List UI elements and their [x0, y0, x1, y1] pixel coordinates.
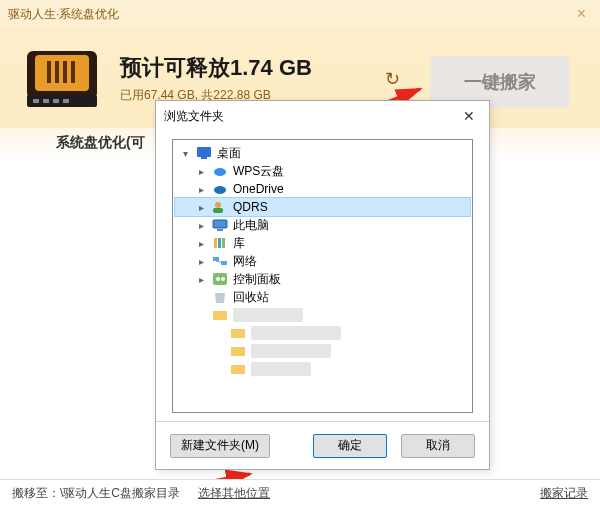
user-icon: [211, 199, 229, 215]
tree-item[interactable]: ▸ 库: [175, 234, 470, 252]
svg-rect-2: [55, 61, 59, 83]
chevron-right-icon[interactable]: ▸: [195, 183, 207, 195]
choose-other-location-link[interactable]: 选择其他位置: [198, 485, 270, 502]
tree-label: 此电脑: [233, 217, 269, 234]
svg-rect-23: [222, 238, 225, 248]
footer: 搬移至： \驱动人生C盘搬家目录 选择其他位置 搬家记录: [0, 479, 600, 507]
refresh-icon[interactable]: ↻: [385, 68, 400, 90]
svg-point-28: [216, 277, 220, 281]
svg-rect-7: [33, 99, 39, 103]
folder-icon: [211, 307, 229, 323]
tree-label: 网络: [233, 253, 257, 270]
move-to-label: 搬移至：: [12, 485, 60, 502]
folder-icon: [229, 325, 247, 341]
library-icon: [211, 235, 229, 251]
chevron-down-icon[interactable]: ▾: [179, 147, 191, 159]
browse-folder-dialog: 浏览文件夹 ✕ ▾ 桌面 ▸ WPS云盘 ▸ OneDrive ▸ QDRS ▸: [155, 100, 490, 470]
folder-icon: [229, 343, 247, 359]
pc-icon: [211, 217, 229, 233]
tree-item[interactable]: [175, 306, 470, 324]
cloud-icon: [211, 181, 229, 197]
svg-rect-9: [53, 99, 59, 103]
tree-label: 库: [233, 235, 245, 252]
move-to-path: \驱动人生C盘搬家目录: [60, 485, 180, 502]
blurred-label: [251, 344, 331, 358]
blurred-label: [251, 362, 311, 376]
chevron-right-icon[interactable]: ▸: [195, 201, 207, 213]
blurred-label: [233, 308, 303, 322]
tree-root[interactable]: ▾ 桌面: [175, 144, 470, 162]
tree-item[interactable]: ▸ 网络: [175, 252, 470, 270]
window-title: 驱动人生·系统盘优化: [8, 6, 119, 23]
tree-item[interactable]: ▸ WPS云盘: [175, 162, 470, 180]
new-folder-button[interactable]: 新建文件夹(M): [170, 434, 270, 458]
svg-rect-3: [63, 61, 67, 83]
svg-rect-10: [63, 99, 69, 103]
svg-rect-30: [213, 311, 227, 320]
tree-item[interactable]: ▸ OneDrive: [175, 180, 470, 198]
summary-title: 预计可释放1.74 GB: [120, 53, 312, 83]
svg-point-29: [221, 277, 225, 281]
folder-tree[interactable]: ▾ 桌面 ▸ WPS云盘 ▸ OneDrive ▸ QDRS ▸ 此电脑 ▸: [172, 139, 473, 413]
tree-item[interactable]: ▸ 此电脑: [175, 216, 470, 234]
drive-icon: [24, 43, 100, 113]
svg-point-17: [215, 202, 221, 208]
svg-rect-5: [47, 61, 51, 83]
svg-rect-8: [43, 99, 49, 103]
chevron-right-icon[interactable]: ▸: [195, 237, 207, 249]
recycle-bin-icon: [211, 289, 229, 305]
chevron-right-icon[interactable]: ▸: [195, 219, 207, 231]
tree-item-selected[interactable]: ▸ QDRS: [175, 198, 470, 216]
chevron-right-icon[interactable]: ▸: [195, 165, 207, 177]
tree-label: WPS云盘: [233, 163, 284, 180]
tree-label: 桌面: [217, 145, 241, 162]
svg-rect-32: [231, 347, 245, 356]
history-link[interactable]: 搬家记录: [540, 485, 588, 502]
svg-rect-21: [214, 238, 217, 248]
svg-rect-24: [213, 257, 219, 261]
tree-item[interactable]: ▸ 控制面板: [175, 270, 470, 288]
context-label: 系统盘优化(可: [56, 134, 145, 152]
blurred-label: [251, 326, 341, 340]
tree-label: 控制面板: [233, 271, 281, 288]
cloud-icon: [211, 163, 229, 179]
tree-label: QDRS: [233, 200, 268, 214]
tree-item[interactable]: 回收站: [175, 288, 470, 306]
svg-rect-4: [71, 61, 75, 83]
desktop-icon: [195, 145, 213, 161]
cancel-button[interactable]: 取消: [401, 434, 475, 458]
svg-rect-14: [201, 157, 207, 159]
chevron-right-icon[interactable]: ▸: [195, 255, 207, 267]
tree-item[interactable]: [175, 342, 470, 360]
close-icon[interactable]: ✕: [457, 108, 481, 124]
tree-label: 回收站: [233, 289, 269, 306]
dialog-title: 浏览文件夹: [164, 108, 224, 125]
folder-icon: [229, 361, 247, 377]
tree-label: OneDrive: [233, 182, 284, 196]
svg-rect-13: [197, 147, 211, 157]
ok-button[interactable]: 确定: [313, 434, 387, 458]
svg-rect-1: [35, 55, 89, 91]
svg-point-15: [214, 168, 226, 176]
chevron-right-icon[interactable]: ▸: [195, 273, 207, 285]
svg-rect-20: [217, 229, 223, 231]
control-panel-icon: [211, 271, 229, 287]
svg-rect-18: [213, 208, 223, 213]
svg-rect-19: [213, 220, 227, 228]
svg-rect-22: [218, 238, 221, 248]
svg-rect-31: [231, 329, 245, 338]
network-icon: [211, 253, 229, 269]
svg-rect-33: [231, 365, 245, 374]
tree-item[interactable]: [175, 360, 470, 378]
close-icon[interactable]: ×: [571, 5, 592, 23]
svg-point-16: [214, 186, 226, 194]
tree-item[interactable]: [175, 324, 470, 342]
